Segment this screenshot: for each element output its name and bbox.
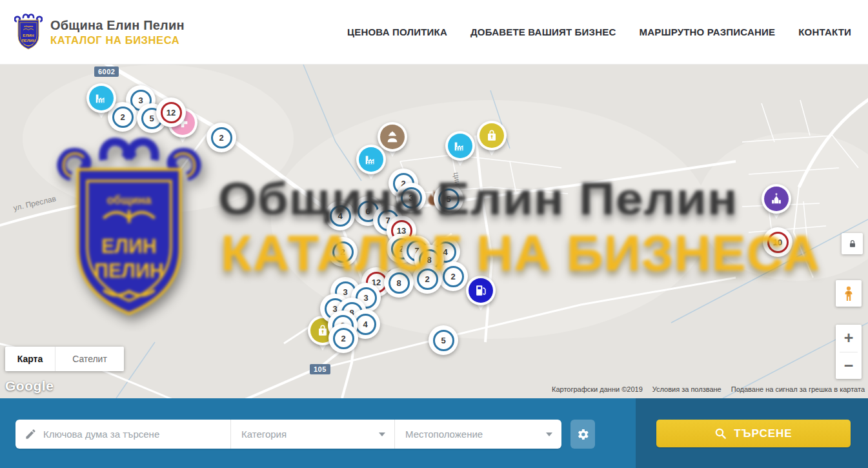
- cluster-marker[interactable]: 8: [384, 268, 414, 298]
- search-icon: [714, 427, 727, 440]
- pin-disc: [477, 121, 507, 150]
- nav-add-business[interactable]: ДОБАВЕТЕ ВАШИЯТ БИЗНЕС: [470, 26, 616, 37]
- gear-icon: [576, 427, 590, 442]
- road-number-badge: 105: [310, 364, 330, 374]
- map-attribution: Картографски данни ©2019 Условия за полз…: [552, 385, 865, 393]
- search-submit-button[interactable]: ТЪРСЕНЕ: [656, 420, 851, 447]
- keyword-section: [15, 420, 231, 449]
- cluster-count: 2: [417, 269, 438, 290]
- cluster-marker[interactable]: 5: [434, 184, 463, 214]
- shopping-bag-icon: [485, 128, 499, 143]
- cluster-count: 2: [333, 328, 354, 349]
- google-map[interactable]: 6002105ул. Преславбул. „Новоселции 32512…: [0, 65, 868, 398]
- cluster-count: 4: [355, 314, 376, 335]
- chevron-down-icon: [546, 432, 552, 436]
- map-type-satellite-button[interactable]: Сателит: [56, 347, 124, 371]
- fuel-pump-icon: [474, 283, 488, 298]
- pegman-icon: [842, 285, 856, 302]
- nav-pricing[interactable]: ЦЕНОВА ПОЛИТИКА: [347, 26, 447, 37]
- cluster-count: 5: [438, 188, 459, 210]
- cluster-count: 12: [161, 102, 182, 123]
- keyword-search-input[interactable]: [43, 429, 224, 440]
- pin-disc: [445, 131, 475, 161]
- advanced-settings-button[interactable]: [570, 420, 595, 449]
- cluster-count: 2: [112, 107, 134, 128]
- nav-contacts[interactable]: КОНТАКТИ: [798, 26, 851, 37]
- zoom-out-button[interactable]: −: [836, 352, 862, 380]
- search-submit-label: ТЪРСЕНЕ: [734, 427, 792, 440]
- site-title: Община Елин Пелин: [50, 18, 185, 33]
- location-select[interactable]: Местоположение: [395, 420, 561, 449]
- svg-text:ЕЛИН: ЕЛИН: [23, 33, 34, 37]
- category-select[interactable]: Категория: [231, 420, 395, 449]
- pin-disc: [356, 145, 386, 174]
- cluster-marker[interactable]: 10: [763, 227, 792, 257]
- map-type-map-button[interactable]: Карта: [5, 347, 56, 371]
- lock-icon: [847, 239, 858, 249]
- cluster-count: 10: [767, 232, 789, 253]
- cluster-marker[interactable]: 2: [328, 323, 358, 353]
- map-lock-button[interactable]: [842, 233, 863, 254]
- cluster-marker[interactable]: 2: [412, 264, 442, 294]
- pin-disc: [466, 276, 496, 305]
- cluster-count: 3: [401, 187, 422, 209]
- map-type-control: Карта Сателит: [5, 347, 124, 371]
- location-select-label: Местоположение: [405, 429, 483, 440]
- pencil-icon: [25, 428, 37, 440]
- cluster-count: 8: [389, 272, 410, 294]
- google-logo[interactable]: Google: [5, 378, 54, 394]
- street-name-label: ции: [452, 172, 462, 186]
- chevron-down-icon: [379, 432, 385, 436]
- nav-route-schedule[interactable]: МАРШРУТНО РАЗПИСАНИЕ: [639, 26, 775, 37]
- site-subtitle: КАТАЛОГ НА БИЗНЕСА: [50, 34, 185, 46]
- pegman-button[interactable]: [836, 280, 862, 307]
- svg-text:община: община: [24, 25, 34, 28]
- church-icon: [769, 192, 783, 206]
- svg-text:ПЕЛИН: ПЕЛИН: [21, 37, 35, 42]
- factory-icon: [453, 139, 467, 153]
- category-select-label: Категория: [241, 429, 287, 440]
- cluster-count: 5: [433, 330, 454, 351]
- factory-icon: [364, 152, 378, 167]
- page: община ЕЛИН ПЕЛИН Община Елин Пелин КАТА…: [0, 0, 868, 468]
- cluster-count: 4: [330, 205, 351, 227]
- search-input-group: Категория Местоположение: [15, 420, 561, 449]
- road-number-badge: 6002: [94, 66, 119, 77]
- map-data-copyright: Картографски данни ©2019: [552, 385, 643, 393]
- header: община ЕЛИН ПЕЛИН Община Елин Пелин КАТА…: [0, 0, 868, 65]
- cluster-marker[interactable]: 2: [328, 237, 358, 267]
- cluster-marker[interactable]: 2: [438, 261, 468, 291]
- cluster-count: 2: [443, 266, 464, 287]
- cluster-marker[interactable]: 3: [396, 183, 426, 212]
- zoom-control: + −: [836, 325, 862, 379]
- search-bar: Категория Местоположение ТЪРСЕНЕ: [0, 398, 868, 468]
- site-logo[interactable]: община ЕЛИН ПЕЛИН Община Елин Пелин КАТА…: [14, 14, 185, 51]
- construction-worker-icon: [385, 130, 399, 144]
- terms-of-use-link[interactable]: Условия за ползване: [652, 385, 722, 393]
- cluster-marker[interactable]: 5: [429, 325, 458, 355]
- cluster-count: 2: [211, 127, 232, 148]
- pin-disc: [86, 83, 116, 113]
- municipality-shield-icon: община ЕЛИН ПЕЛИН: [14, 14, 43, 51]
- main-nav: ЦЕНОВА ПОЛИТИКА ДОБАВЕТЕ ВАШИЯТ БИЗНЕС М…: [347, 26, 851, 37]
- cluster-marker[interactable]: 12: [156, 97, 186, 127]
- cluster-marker[interactable]: 2: [207, 123, 236, 152]
- pin-disc: [762, 184, 791, 214]
- zoom-in-button[interactable]: +: [836, 325, 862, 352]
- cluster-count: 2: [332, 241, 354, 263]
- factory-icon: [94, 91, 108, 105]
- report-map-error-link[interactable]: Подаване на сигнал за грешка в картата: [731, 385, 865, 393]
- pin-disc: [378, 122, 407, 152]
- cluster-marker[interactable]: 4: [325, 201, 355, 230]
